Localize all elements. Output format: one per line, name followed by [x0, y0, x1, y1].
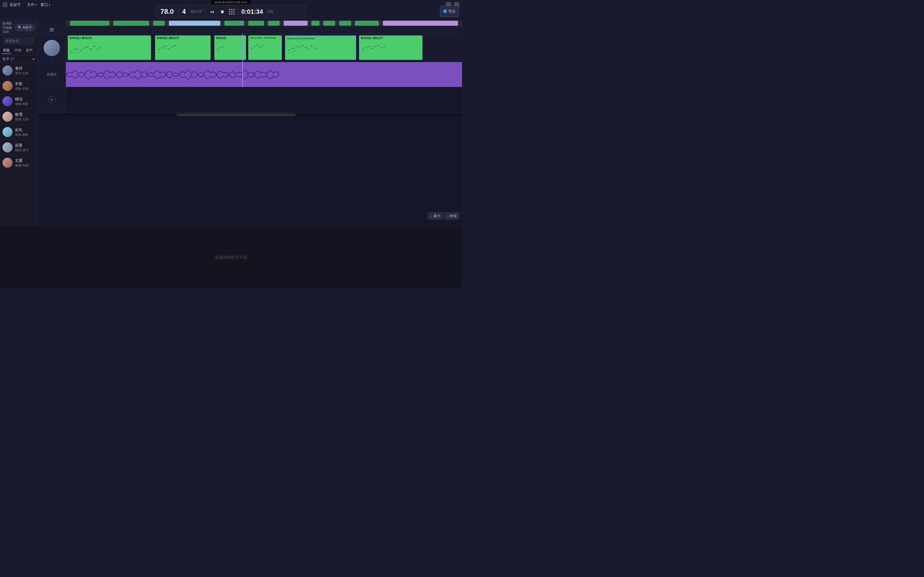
svg-rect-26 — [257, 45, 258, 45]
svg-rect-12 — [77, 52, 79, 52]
avatar-changge — [3, 81, 13, 91]
timeline-header: 22 23 24 25 26 27 28 29 30 31 32 33 34 3… — [38, 27, 462, 34]
svg-rect-6 — [89, 48, 92, 49]
audio-label: 音频轨 — [47, 72, 57, 77]
svg-rect-30 — [291, 48, 294, 48]
svg-rect-47 — [380, 47, 383, 48]
svg-rect-44 — [371, 48, 373, 48]
singer-item-quehe[interactable]: 雀河 英气·古风 — [0, 63, 37, 78]
app-title: 圣诞节 — [10, 2, 21, 8]
chevron-window: ▾ — [49, 3, 50, 6]
avatar-qili — [3, 127, 13, 137]
svg-rect-21 — [220, 47, 222, 48]
singer-item-wenli[interactable]: 文栗 慵懒·R&B — [0, 155, 37, 171]
time-display: 0:01:34 — [241, 8, 263, 15]
seg3-notes — [216, 40, 244, 57]
zoom-fit-btn[interactable]: ↕ 收缩 — [444, 212, 460, 219]
rewind-btn[interactable]: ⏮ — [209, 8, 216, 15]
svg-rect-27 — [259, 47, 262, 47]
svg-rect-38 — [289, 52, 290, 53]
add-track-row: + — [38, 87, 462, 112]
empty-track-content[interactable] — [66, 87, 462, 112]
singer-style-tuoxue: 甜美·日系 — [15, 117, 35, 122]
singer-item-liyuan[interactable]: 鲤沅 华丽·民歌 — [0, 94, 37, 109]
svg-rect-2 — [76, 48, 79, 49]
add-track-button[interactable]: + — [48, 96, 55, 103]
singer-style-wenli: 慵懒·R&B — [15, 163, 35, 168]
vocal-segment-3[interactable]: 落单的恋... — [214, 35, 246, 60]
seg4-title: merry mer...Christmas — [250, 36, 280, 39]
tab-folk[interactable]: 民歌 — [2, 47, 11, 54]
singer-name-tuoxue: 栃雪 — [15, 112, 35, 117]
svg-rect-29 — [288, 50, 291, 50]
vocal-avatar — [44, 40, 60, 56]
zoom-max-icon: ↑ — [431, 214, 433, 218]
singer-item-qili[interactable]: 起礼 国风·婉转 — [0, 124, 37, 140]
no-selection-label: 无选中的歌手片段 — [215, 255, 247, 260]
svg-rect-10 — [71, 53, 73, 54]
singer-style-changge: 高能·古风 — [15, 87, 35, 91]
singer-item-changge[interactable]: 长歌 高能·古风 — [0, 78, 37, 94]
singer-style-qili: 国风·婉转 — [15, 133, 35, 137]
singer-style-qifu: 国风·清冷 — [15, 148, 35, 152]
seg2-notes — [157, 40, 209, 57]
svg-rect-23 — [218, 52, 219, 52]
time-extra: -750 — [266, 10, 273, 13]
vocal-segment-5[interactable]: merry merry Christmas — [285, 35, 356, 60]
menu-window[interactable]: 窗口 ▾ — [40, 2, 50, 8]
bpm-display: 78.0 — [160, 8, 176, 16]
audio-track-content[interactable]: // Will generate via inline SVG path — [66, 62, 462, 87]
export-button[interactable]: 导出 — [440, 6, 459, 17]
search-icon: 🔍 — [18, 26, 22, 29]
horizontal-scrollbar[interactable] — [38, 112, 462, 117]
seg3-title: 落单的恋... — [216, 36, 244, 40]
track-menu-icon[interactable] — [50, 28, 54, 31]
seg2-title: 落单的恋人最怕过节 — [157, 36, 209, 40]
zoom-max-btn[interactable]: ↑ 最大 — [428, 212, 443, 219]
seg6-notes — [360, 40, 421, 57]
svg-rect-5 — [85, 47, 89, 47]
stop-btn[interactable]: ⏹ — [219, 8, 226, 15]
export-icon — [443, 10, 447, 13]
vocal-segment-2[interactable]: 落单的恋人最怕过节 — [155, 35, 211, 60]
svg-rect-41 — [362, 49, 364, 50]
avatar-quehe — [3, 66, 13, 76]
vocal-segment-6[interactable]: 落单的恋人最怕过节 — [359, 35, 422, 60]
seg1-title: 落单的恋人最怕过节 — [69, 36, 149, 40]
singer-item-qifu[interactable]: 起复 国风·清冷 — [0, 140, 37, 155]
vocal-track-row: 落单的恋人最怕过节 — [38, 34, 462, 62]
transport-bar: 78.0 4 拍/小节 ⏮ ⏹ 0:01:34 -750 — [156, 5, 306, 18]
menu-file[interactable]: 文件 ▾ — [27, 2, 37, 8]
singer-style-quehe: 英气·古风 — [15, 71, 35, 76]
seg5-notes — [287, 40, 354, 57]
tab-lyric[interactable]: 抒情 — [13, 47, 23, 54]
svg-rect-37 — [314, 48, 317, 48]
singer-count-arrow — [32, 57, 35, 61]
svg-rect-1 — [73, 49, 75, 50]
search-input[interactable] — [3, 37, 35, 44]
ai-singer-button[interactable]: 🔍 AI歌手 — [15, 24, 35, 31]
vocal-track-content[interactable]: 落单的恋人最怕过节 — [66, 34, 462, 62]
svg-rect-16 — [167, 48, 170, 49]
vocal-segment-1[interactable]: 落单的恋人最怕过节 — [68, 35, 151, 60]
vocal-segment-4[interactable]: merry mer...Christmas — [248, 35, 282, 60]
menu-bar: 文件 ▾ 窗口 ▾ — [27, 2, 50, 8]
divider1 — [179, 8, 179, 15]
progress-bar-area[interactable] — [38, 19, 462, 27]
svg-rect-0 — [70, 51, 73, 52]
avatar-tuoxue — [3, 112, 13, 122]
singer-name-liyuan: 鲤沅 — [15, 97, 35, 102]
singer-item-tuoxue[interactable]: 栃雪 甜美·日系 — [0, 109, 37, 124]
zoom-controls: ↑ 最大 ↕ 收缩 — [428, 212, 459, 219]
tab-children[interactable]: 童声 — [24, 47, 34, 54]
seg1-notes — [69, 40, 149, 57]
svg-rect-15 — [163, 46, 166, 47]
scrollbar-thumb[interactable] — [177, 113, 296, 116]
singer-count-label: 歌手 17 — [3, 57, 14, 61]
singer-name-quehe: 雀河 — [15, 66, 35, 71]
svg-rect-39 — [292, 51, 294, 52]
svg-rect-36 — [310, 46, 313, 47]
avatar-qifu — [3, 142, 13, 152]
main-layout: 使用歌手轨数 1/10 🔍 AI歌手 民歌 抒情 童声 歌手 17 雀河 英气·… — [0, 19, 462, 288]
middle-content: 22 23 24 25 26 27 28 29 30 31 32 33 34 3… — [38, 19, 462, 288]
